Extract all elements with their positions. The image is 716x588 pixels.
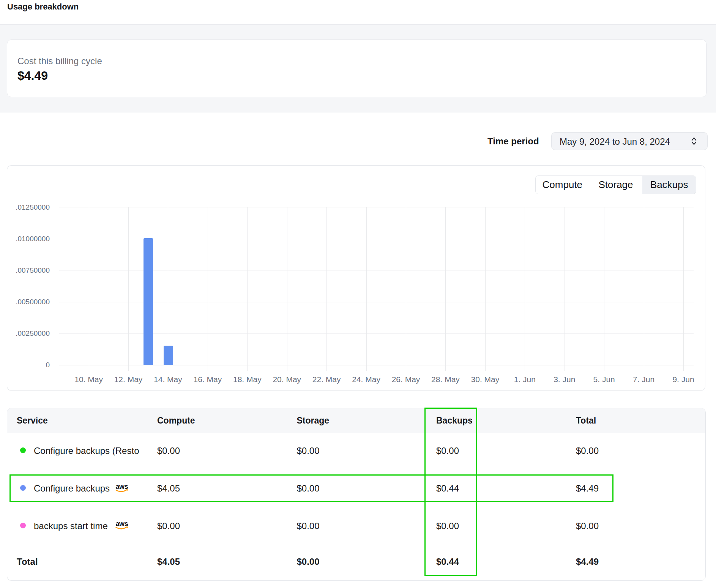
- svg-text:aws: aws: [116, 520, 128, 528]
